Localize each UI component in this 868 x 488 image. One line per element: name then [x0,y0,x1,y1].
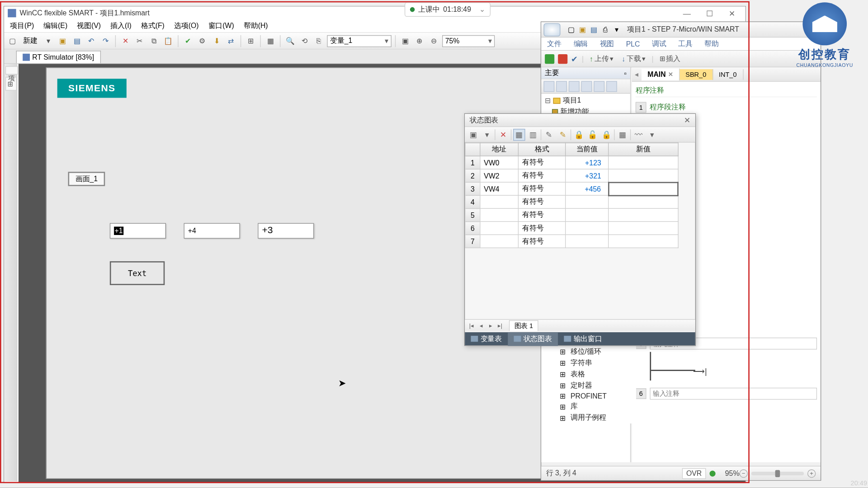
cell-address[interactable] [480,235,519,248]
status-chart-grid[interactable]: 地址 格式 当前值 新值 1VW0有符号+1232VW2有符号+3213VW4有… [465,142,679,248]
row-num[interactable]: 7 [465,235,480,248]
tree-tb-4[interactable] [581,81,592,92]
replace-icon[interactable]: ⟲ [298,35,310,47]
network-num-6[interactable]: 6 [636,388,646,399]
nav-last[interactable]: ▸| [496,322,504,329]
cut-icon[interactable]: ✂ [134,35,146,47]
align-icon[interactable]: ⊞ [245,35,256,47]
zoom-fit-icon[interactable]: ▣ [399,35,411,47]
lib-profinet[interactable]: ⊞PROFINET [549,391,636,401]
cell-new-value[interactable] [609,208,678,221]
sc-tb-monitor[interactable]: ▦ [513,128,525,140]
zoom-combo[interactable]: 75% ▾ [442,35,495,47]
sc-tb-force[interactable]: ▦ [617,128,628,140]
compile-icon[interactable]: ⚙ [196,35,208,47]
cell-address[interactable] [480,195,519,208]
chevron-down-icon[interactable]: ⌄ [479,5,485,14]
io-field-2[interactable]: +4➤ [184,223,240,239]
tree-tb-6[interactable] [606,81,617,92]
status-ovr[interactable]: OVR [682,468,706,479]
download-button[interactable]: ↓下载 ▾ [619,54,648,64]
col-current[interactable]: 当前值 [566,143,609,156]
side-tab-tools[interactable]: ⊞ [5,77,17,90]
lib-callsub[interactable]: ⊞调用子例程 [549,412,636,423]
ribbon-tab-file[interactable]: 文件 [541,37,567,51]
wincc-titlebar[interactable]: WinCC flexible SMART - 项目1.hmismart — ☐ … [4,7,745,20]
zoom-slider[interactable] [751,471,804,475]
zoom-out-button[interactable]: − [739,469,747,477]
row-num[interactable]: 6 [465,221,480,235]
cell-address[interactable] [480,208,519,221]
ribbon-tab-tools[interactable]: 工具 [672,37,698,51]
cell-format[interactable]: 有符号 [519,221,566,235]
side-tab-project[interactable]: 项 [5,66,18,75]
stop-button[interactable] [558,54,567,63]
panel-menu-icon[interactable]: ▫ [624,69,627,77]
tree-tb-5[interactable] [594,81,604,92]
sc-tb-lock3[interactable]: 🔒 [600,128,612,140]
cell-new-value[interactable] [609,156,678,169]
net6-comment-input[interactable] [650,388,817,399]
qat-new-icon[interactable]: ▢ [566,25,576,34]
layers-icon[interactable]: ▦ [264,35,276,47]
qat-print-icon[interactable]: ⎙ [600,25,610,34]
menu-window[interactable]: 窗口(W) [205,20,238,33]
compile-button[interactable]: ✔ [571,54,578,63]
status-chart-row[interactable]: 6有符号 [465,221,678,235]
redo-icon[interactable]: ↷ [99,35,111,47]
cell-format[interactable]: 有符号 [519,169,566,182]
new-button[interactable]: 新建 [21,36,40,46]
code-tab-main[interactable]: MAIN✕ [642,68,679,80]
status-chart-row[interactable]: 4有符号 [465,195,678,208]
tree-tb-1[interactable] [544,81,555,92]
minimize-button[interactable]: — [676,8,698,19]
col-format[interactable]: 格式 [519,143,566,156]
lib-string[interactable]: ⊞字符串 [549,357,636,369]
sc-tb-write[interactable]: ✎ [543,128,555,140]
cell-new-value[interactable] [609,169,678,182]
row-num[interactable]: 1 [465,156,480,169]
bottom-tab-vartable[interactable]: 变量表 [465,332,508,346]
sc-tb-chart[interactable]: ▥ [527,128,539,140]
ribbon-tab-view[interactable]: 视图 [594,37,620,51]
doc-tab-simulator[interactable]: RT Simulator [83%] [16,51,101,63]
copy-icon[interactable]: ⧉ [148,35,160,47]
cell-format[interactable]: 有符号 [519,208,566,221]
zoom-in-icon[interactable]: ⊕ [414,35,425,47]
ladder-rung-5[interactable]: ⟶| [650,352,817,380]
nav-prev[interactable]: ◂ [477,322,485,329]
row-num[interactable]: 5 [465,208,480,221]
menu-view[interactable]: 视图(V) [73,20,104,33]
screen-nav-button[interactable]: 画面_1 [68,172,105,186]
status-chart-row[interactable]: 1VW0有符号+123 [465,156,678,169]
ribbon-tab-debug[interactable]: 调试 [646,37,672,51]
row-num[interactable]: 3 [465,182,480,195]
sc-tb-lock2[interactable]: 🔓 [587,128,599,140]
ribbon-tab-edit[interactable]: 编辑 [567,37,594,51]
lib-library[interactable]: ⊞库 [549,401,636,412]
lib-shift[interactable]: ⊞移位/循环 [549,346,636,357]
open-icon[interactable]: ▣ [57,35,68,47]
download-icon[interactable]: ⬇ [211,35,222,47]
chart-sheet-tab[interactable]: 图表 1 [509,320,538,331]
qat-save-icon[interactable]: ▤ [589,25,599,34]
menu-insert[interactable]: 插入(I) [107,20,135,33]
step7-app-button[interactable] [544,23,561,36]
sc-tb-pencil[interactable]: ✎ [557,128,569,140]
menu-project[interactable]: 项目(P) [7,20,38,33]
menu-help[interactable]: 帮助(H) [240,20,272,33]
run-button[interactable] [545,54,554,63]
cell-address[interactable]: VW0 [480,156,519,169]
status-chart-row[interactable]: 7有符号 [465,235,678,248]
row-num[interactable]: 4 [465,195,480,208]
status-chart-titlebar[interactable]: 状态图表 ✕ [465,114,695,127]
zoom-out-icon[interactable]: ⊖ [428,35,439,47]
io-field-3[interactable]: +3 [258,223,314,239]
menu-edit[interactable]: 编辑(E) [40,20,71,33]
goto-icon[interactable]: ⎘ [313,35,325,47]
tree-root[interactable]: ⊟项目1 [544,95,628,106]
cell-format[interactable]: 有符号 [519,235,566,248]
cell-address[interactable]: VW2 [480,169,519,182]
transfer-icon[interactable]: ⇄ [225,35,237,47]
status-chart-row[interactable]: 5有符号 [465,208,678,221]
